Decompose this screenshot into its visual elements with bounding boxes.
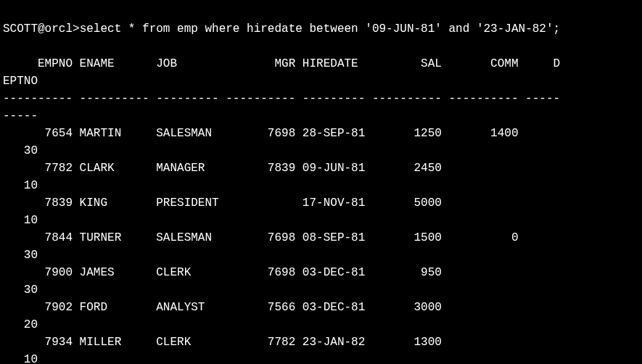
table-row: 10 (3, 353, 38, 364)
table-row: 30 (3, 144, 38, 157)
separator-line-2: ----- (3, 109, 38, 123)
sql-command[interactable]: select * from emp where hiredate between… (80, 22, 561, 36)
header-line-2: EPTNO (3, 75, 38, 88)
table-row: 7902 FORD ANALYST 7566 03-DEC-81 3000 (3, 301, 442, 314)
table-row: 7654 MARTIN SALESMAN 7698 28-SEP-81 1250… (3, 127, 519, 140)
table-row: 10 (3, 179, 38, 192)
table-row: 30 (3, 284, 38, 297)
table-row: 7782 CLARK MANAGER 7839 09-JUN-81 2450 (3, 162, 442, 175)
table-row: 7844 TURNER SALESMAN 7698 08-SEP-81 1500… (3, 231, 519, 244)
table-row: 10 (3, 214, 38, 227)
table-row: 7839 KING PRESIDENT 17-NOV-81 5000 (3, 197, 442, 210)
header-line-1: EMPNO ENAME JOB MGR HIREDATE SAL COMM D (3, 57, 560, 70)
table-row: 7900 JAMES CLERK 7698 03-DEC-81 950 (3, 266, 442, 279)
table-row: 30 (3, 249, 38, 262)
table-row: 7934 MILLER CLERK 7782 23-JAN-82 1300 (3, 336, 442, 349)
terminal-output: SCOTT@orcl>select * from emp where hired… (3, 20, 642, 364)
prompt: SCOTT@orcl> (3, 22, 80, 36)
separator-line-1: ---------- ---------- --------- --------… (3, 92, 560, 105)
table-row: 20 (3, 318, 38, 331)
